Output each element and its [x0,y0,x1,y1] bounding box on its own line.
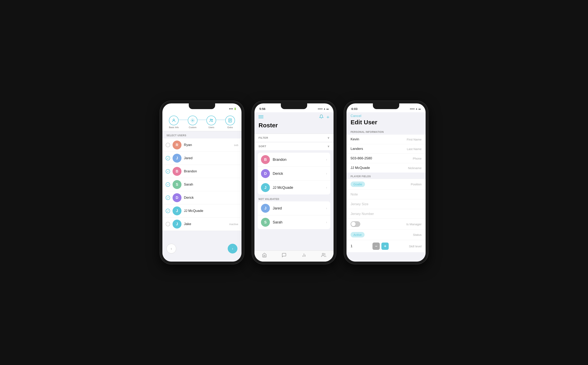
wizard-step-users[interactable]: Users [206,116,216,129]
select-users-header: SELECT USERS [162,131,241,139]
note-value: Note [350,192,358,197]
battery-icon: 🔋 [234,107,237,110]
player-row-status[interactable]: Active Status [347,230,426,240]
user-row-derick[interactable]: D Derick [162,191,241,204]
personal-info-header: PERSONAL INFORMATION [347,128,426,135]
status-tag[interactable]: Active [350,232,364,238]
sort-label: SORT [259,145,266,148]
skill-decrease-button[interactable]: − [372,243,380,250]
avatar-jj: J [173,206,182,215]
menu-button[interactable] [259,115,263,120]
player-row-note[interactable]: Note [347,190,426,199]
user-name-ryan: Ryan [184,143,231,147]
wizard-step-users-label: Users [209,126,214,129]
roster-item-jared[interactable]: J Jared › [258,201,330,215]
filter-sort-section: FILTER ∨ SORT ∨ [254,134,334,150]
position-label: Position [411,182,421,186]
tab-home[interactable] [262,253,267,258]
status-time: 6:03 [351,107,357,111]
user-row-jj[interactable]: J JJ McQuade [162,204,241,218]
info-row-nickname[interactable]: JJ McQuade Nickname [347,163,426,173]
phone-roster: 5:56 ●●●● ▲ ▬ [252,101,336,264]
forward-button[interactable]: › [228,244,238,253]
signal-icon: ●●●● [410,108,415,110]
tab-stats[interactable] [301,253,306,258]
skill-increase-button[interactable]: + [381,243,389,250]
chevron-derick: › [326,172,327,175]
add-button[interactable]: + [326,114,329,120]
user-check-derick[interactable] [166,196,170,200]
filter-row[interactable]: FILTER ∨ [254,134,334,142]
last-name-value: Landers [350,147,363,151]
edit-user-title: Edit User [350,119,421,126]
roster-item-name-brandon: Brandon [273,158,323,162]
avatar-sarah: S [261,218,270,227]
avatar-jared: J [261,204,270,213]
signal-icon: ●●●● [318,108,322,110]
info-row-phone[interactable]: 503-866-2580 Phone [347,154,426,163]
phone-edit-user: 6:03 ●●●● ▲ ▬ Cancel Edit User PERSONAL … [344,101,428,264]
user-row-sarah[interactable]: S Sarah [162,178,241,191]
position-tag[interactable]: Goalie [350,182,365,187]
player-row-jersey-number[interactable]: Jersey Number [347,209,426,219]
user-check-sarah[interactable] [166,182,170,187]
sort-chevron: ∨ [328,145,330,148]
select-users-screen: Basic Info Custom [162,112,241,262]
validated-list: B Brandon › D Derick › J JJ McQuade › [258,153,330,195]
roster-item-derick[interactable]: D Derick › [258,167,330,181]
tab-roster[interactable] [321,253,326,258]
wizard-step-basic-info-icon [169,116,179,125]
user-badge-jake: inactive [229,223,238,226]
sort-row[interactable]: SORT ∨ [254,142,334,150]
status-icons: ●●● 🔋 [229,107,237,110]
svg-point-15 [322,253,324,255]
user-check-jared[interactable] [166,156,170,160]
roster-item-brandon[interactable]: B Brandon › [258,153,330,167]
status-time: 5:56 [259,107,266,111]
first-name-value: Kevin [350,137,359,141]
user-check-brandon[interactable] [166,169,170,174]
tab-bar [254,250,334,262]
users-list: R Ryan sub J Jared B Brandon [162,139,241,231]
user-check-jj[interactable] [166,209,170,213]
user-name-jared: Jared [184,156,236,160]
user-row-brandon[interactable]: B Brandon [162,165,241,178]
player-row-is-manager[interactable]: Is Manager [347,219,426,230]
avatar-jared: J [173,154,182,163]
tab-chat[interactable] [282,253,287,258]
roster-item-jj[interactable]: J JJ McQuade › [258,181,330,195]
info-row-first-name[interactable]: Kevin First Name [347,135,426,144]
user-row-jake[interactable]: J Jake inactive [162,218,241,231]
user-name-derick: Derick [184,196,236,200]
not-validated-list: J Jared › S Sarah › [258,201,330,229]
cancel-button[interactable]: Cancel [350,114,421,118]
user-check-jake[interactable] [166,222,170,226]
player-fields-list: Goalie Position Note Jersey Size Jersey … [347,179,426,240]
player-row-position[interactable]: Goalie Position [347,179,426,190]
roster-item-name-derick: Derick [273,172,323,176]
not-validated-label: NOT VALIDATED [254,196,334,201]
last-name-label: Last Name [407,147,421,151]
wizard-step-extra[interactable]: Extra [225,116,235,129]
battery-icon: ▬ [326,107,329,110]
user-row-ryan[interactable]: R Ryan sub [162,139,241,152]
roster-item-sarah[interactable]: S Sarah › [258,215,330,229]
svg-point-3 [212,119,213,120]
chevron-jj: › [326,186,327,190]
chevron-brandon: › [326,158,327,161]
skill-value: 1 [350,244,352,248]
is-manager-toggle[interactable] [350,221,360,227]
info-row-last-name[interactable]: Landers Last Name [347,144,426,154]
battery-icon: ▬ [419,107,421,110]
user-check-ryan[interactable] [166,143,170,147]
player-row-jersey-size[interactable]: Jersey Size [347,199,426,209]
wizard-step-basic-info[interactable]: Basic Info [169,116,179,129]
notification-button[interactable] [319,114,324,120]
back-button[interactable]: ‹ [167,244,176,253]
jersey-number-value: Jersey Number [350,212,374,216]
wizard-step-custom[interactable]: Custom [188,116,197,129]
skill-controls: − + [372,243,389,250]
user-row-jared[interactable]: J Jared [162,152,241,165]
user-name-jj: JJ McQuade [184,209,236,213]
wizard-step-extra-label: Extra [227,126,233,129]
